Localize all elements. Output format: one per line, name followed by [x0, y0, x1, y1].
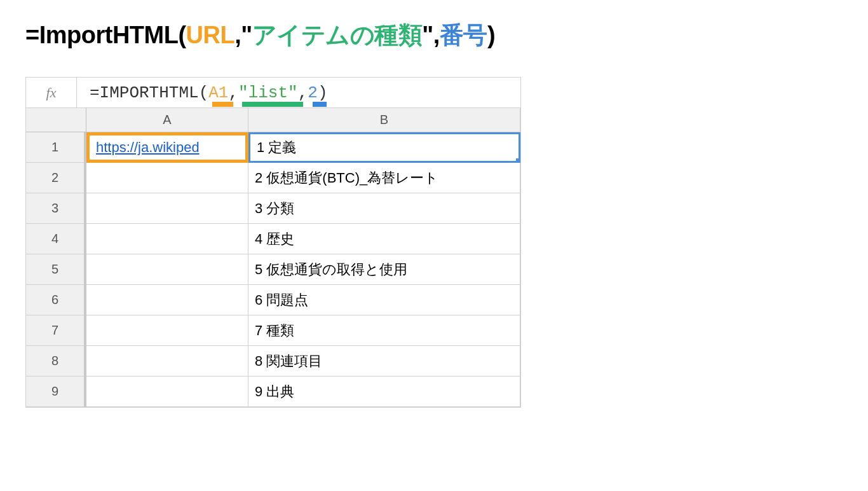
row-header[interactable]: 6	[26, 285, 86, 315]
cell-a4[interactable]	[86, 224, 248, 254]
fx-label: fx	[26, 78, 77, 107]
cell-b1[interactable]: 1 定義	[248, 132, 520, 163]
title-url: URL	[186, 22, 235, 48]
column-header-a[interactable]: A	[86, 108, 248, 132]
formula-arg3: 2	[308, 83, 318, 102]
title-quote: "	[241, 22, 252, 48]
underline-orange	[212, 102, 233, 107]
row-header[interactable]: 8	[26, 346, 86, 377]
title-item-type: アイテムの種類	[252, 22, 423, 48]
cell-b6[interactable]: 6 問題点	[248, 285, 520, 315]
cell-b2[interactable]: 2 仮想通貨(BTC)_為替レート	[248, 163, 520, 193]
formula-comma: ,	[228, 83, 238, 102]
column-header-b[interactable]: B	[248, 108, 520, 132]
title-suffix: )	[487, 22, 495, 48]
cell-b5[interactable]: 5 仮想通貨の取得と使用	[248, 254, 520, 285]
cell-b9[interactable]: 9 出典	[248, 377, 520, 407]
cell-a8[interactable]	[86, 346, 248, 377]
row-header[interactable]: 1	[26, 132, 86, 163]
row-header[interactable]: 7	[26, 315, 86, 346]
title-comma: ,	[433, 22, 440, 48]
formula-comma: ,	[298, 83, 308, 102]
row-header[interactable]: 9	[26, 377, 86, 407]
row-header[interactable]: 2	[26, 163, 86, 193]
row-header[interactable]: 3	[26, 193, 86, 224]
title-quote: "	[422, 22, 433, 48]
cell-b4[interactable]: 4 歴史	[248, 224, 520, 254]
underline-green	[242, 102, 303, 107]
formula-bar: fx =IMPORTHTML(A1,"list",2)	[26, 78, 520, 108]
formula-arg1: A1	[208, 83, 228, 102]
cell-b7[interactable]: 7 種類	[248, 315, 520, 346]
underline-blue	[313, 102, 327, 107]
title-prefix: =ImportHTML(	[25, 22, 186, 48]
grid: A B 1 https://ja.wikiped 1 定義 2 2 仮想通貨(B…	[26, 108, 520, 407]
title-comma: ,	[234, 22, 241, 48]
cell-a1[interactable]: https://ja.wikiped	[86, 132, 248, 163]
cell-a1-link[interactable]: https://ja.wikiped	[96, 139, 200, 156]
row-header[interactable]: 4	[26, 224, 86, 254]
cell-a3[interactable]	[86, 193, 248, 224]
cell-b8[interactable]: 8 関連項目	[248, 346, 520, 377]
formula-underlines	[90, 102, 328, 107]
formula-prefix: =IMPORTHTML(	[90, 83, 208, 102]
spreadsheet: fx =IMPORTHTML(A1,"list",2) A B 1 https:…	[25, 77, 521, 408]
cell-a7[interactable]	[86, 315, 248, 346]
cell-b3[interactable]: 3 分類	[248, 193, 520, 224]
formula-suffix: )	[318, 83, 328, 102]
formula-input[interactable]: =IMPORTHTML(A1,"list",2)	[77, 83, 520, 102]
row-header[interactable]: 5	[26, 254, 86, 285]
cell-a9[interactable]	[86, 377, 248, 407]
title-number: 番号	[440, 22, 487, 48]
page-title: =ImportHTML(URL,"アイテムの種類",番号)	[25, 19, 843, 52]
corner-header[interactable]	[26, 108, 86, 132]
cell-a6[interactable]	[86, 285, 248, 315]
cell-a2[interactable]	[86, 163, 248, 193]
cell-a5[interactable]	[86, 254, 248, 285]
formula-arg2: "list"	[238, 83, 298, 102]
